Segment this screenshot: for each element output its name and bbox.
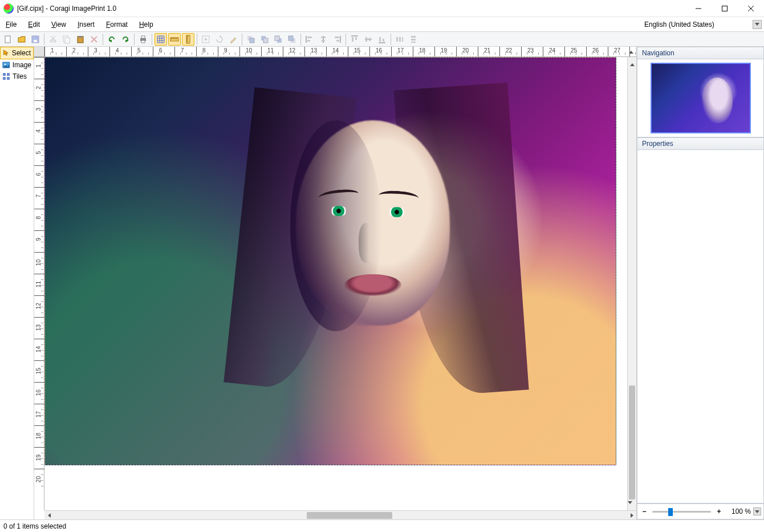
tool-tiles-label: Tiles bbox=[13, 72, 27, 80]
ruler-vertical[interactable]: 1234567891011121314151617181920 bbox=[34, 57, 44, 510]
svg-rect-35 bbox=[379, 37, 381, 42]
bring-forward-icon bbox=[274, 35, 283, 44]
align-center-icon bbox=[319, 35, 328, 44]
vscroll-thumb[interactable] bbox=[629, 385, 635, 499]
ruler-h-tick: 9 bbox=[218, 47, 239, 56]
toolbar-cut-button bbox=[47, 33, 59, 46]
svg-rect-21 bbox=[277, 38, 282, 43]
tool-select[interactable]: Select bbox=[0, 47, 34, 59]
ruler-h-tick: 10 bbox=[239, 47, 261, 56]
zoom-slider[interactable] bbox=[651, 507, 712, 516]
svg-rect-1 bbox=[5, 36, 10, 43]
zoom-dropdown-icon[interactable] bbox=[753, 507, 761, 515]
toolbar-bring-forward-button bbox=[272, 33, 285, 46]
navigation-header[interactable]: Navigation bbox=[637, 47, 764, 59]
new-icon bbox=[3, 35, 13, 44]
svg-rect-17 bbox=[247, 36, 252, 40]
svg-rect-2 bbox=[32, 36, 39, 43]
language-dropdown-icon bbox=[753, 20, 762, 29]
svg-rect-9 bbox=[79, 36, 82, 38]
maximize-button[interactable] bbox=[712, 0, 738, 17]
svg-rect-26 bbox=[307, 40, 310, 42]
tool-select-label: Select bbox=[12, 49, 31, 57]
align-right-icon bbox=[332, 35, 342, 44]
vertical-scrollbar[interactable] bbox=[627, 57, 636, 510]
menu-file[interactable]: File bbox=[0, 17, 22, 31]
toolbar-distribute-v-button bbox=[407, 33, 420, 46]
menu-view[interactable]: View bbox=[46, 17, 72, 31]
delete-icon bbox=[90, 35, 99, 44]
ruler-horizontal[interactable]: 1234567891011121314151617181920212223242… bbox=[44, 47, 636, 57]
toolbar-distribute-h-button bbox=[393, 33, 406, 46]
toolbar-bring-front-button bbox=[286, 33, 298, 46]
image-object[interactable] bbox=[44, 57, 616, 465]
svg-rect-33 bbox=[365, 37, 367, 42]
svg-rect-30 bbox=[336, 40, 339, 42]
ruler-h-tick: 11 bbox=[261, 47, 283, 56]
copy-icon bbox=[62, 35, 71, 44]
image-icon bbox=[2, 61, 10, 69]
cursor-icon bbox=[3, 49, 10, 57]
toolbar-align-right-button bbox=[331, 33, 343, 46]
zoom-out-button[interactable]: − bbox=[640, 507, 649, 516]
ruler-v-tick: 16 bbox=[34, 382, 44, 404]
align-top-icon bbox=[350, 35, 359, 44]
scroll-down-icon[interactable] bbox=[628, 501, 636, 510]
language-selector[interactable]: English (United States) bbox=[644, 17, 764, 31]
title-bar: [Gif.cipx] - Coragi ImagePrint 1.0 bbox=[0, 0, 764, 17]
navigation-thumbnail[interactable] bbox=[651, 63, 751, 133]
align-left-icon bbox=[305, 35, 314, 44]
ruler-v-icon bbox=[184, 35, 193, 44]
toolbar-print-button[interactable] bbox=[137, 33, 149, 46]
menu-insert[interactable]: Insert bbox=[72, 17, 100, 31]
menu-help[interactable]: Help bbox=[133, 17, 159, 31]
svg-rect-39 bbox=[402, 37, 403, 42]
svg-rect-37 bbox=[396, 37, 398, 42]
hscroll-thumb[interactable] bbox=[307, 512, 392, 519]
ruler-h-tick: 14 bbox=[326, 47, 348, 56]
toolbar-new-button[interactable] bbox=[2, 33, 14, 46]
toolbar-grid-button[interactable] bbox=[155, 33, 167, 46]
horizontal-scrollbar[interactable] bbox=[44, 510, 636, 519]
svg-rect-28 bbox=[322, 40, 325, 42]
zoom-in-button[interactable]: + bbox=[714, 507, 724, 516]
canvas[interactable] bbox=[44, 57, 636, 510]
svg-point-4 bbox=[50, 40, 52, 42]
toolbar-send-backward-button bbox=[258, 33, 271, 46]
menu-edit[interactable]: Edit bbox=[22, 17, 46, 31]
editor-area: 1234567891011121314151617181920212223242… bbox=[34, 47, 636, 519]
svg-rect-18 bbox=[250, 38, 254, 43]
toolbar-paste-button[interactable] bbox=[74, 33, 87, 46]
tool-image[interactable]: Image bbox=[0, 59, 34, 71]
toolbar-open-button[interactable] bbox=[15, 33, 28, 46]
ruler-h-scroll-up[interactable] bbox=[626, 47, 636, 57]
ruler-v-tick: 3 bbox=[34, 100, 44, 122]
ruler-h-tick: 4 bbox=[109, 47, 131, 56]
svg-rect-45 bbox=[3, 73, 6, 76]
svg-rect-23 bbox=[291, 38, 295, 43]
toolbar-ruler-h-button[interactable] bbox=[168, 33, 181, 46]
svg-rect-0 bbox=[722, 6, 728, 11]
scroll-up-icon[interactable] bbox=[628, 57, 636, 66]
toolbar-align-left-button bbox=[303, 33, 316, 46]
scroll-right-icon[interactable] bbox=[627, 511, 636, 520]
ruler-v-tick: 19 bbox=[34, 447, 44, 469]
svg-rect-38 bbox=[399, 37, 401, 42]
ruler-h-tick: 23 bbox=[521, 47, 543, 56]
send-backward-icon bbox=[260, 35, 269, 44]
zoom-slider-thumb[interactable] bbox=[668, 508, 673, 516]
tool-tiles[interactable]: Tiles bbox=[0, 71, 34, 82]
minimize-button[interactable] bbox=[685, 0, 712, 17]
toolbar-align-top-button bbox=[348, 33, 361, 46]
align-bottom-icon bbox=[377, 35, 387, 44]
toolbar-undo-button[interactable] bbox=[105, 33, 118, 46]
scroll-left-icon[interactable] bbox=[44, 511, 54, 520]
close-button[interactable] bbox=[738, 0, 764, 17]
toolbar-save-button bbox=[29, 33, 42, 46]
ruler-h-tick: 18 bbox=[413, 47, 434, 56]
menu-format[interactable]: Format bbox=[100, 17, 133, 31]
toolbar-ruler-v-button[interactable] bbox=[182, 33, 194, 46]
properties-header[interactable]: Properties bbox=[637, 137, 764, 150]
toolbar-redo-button[interactable] bbox=[119, 33, 132, 46]
menu-bar: File Edit View Insert Format Help Englis… bbox=[0, 17, 764, 32]
